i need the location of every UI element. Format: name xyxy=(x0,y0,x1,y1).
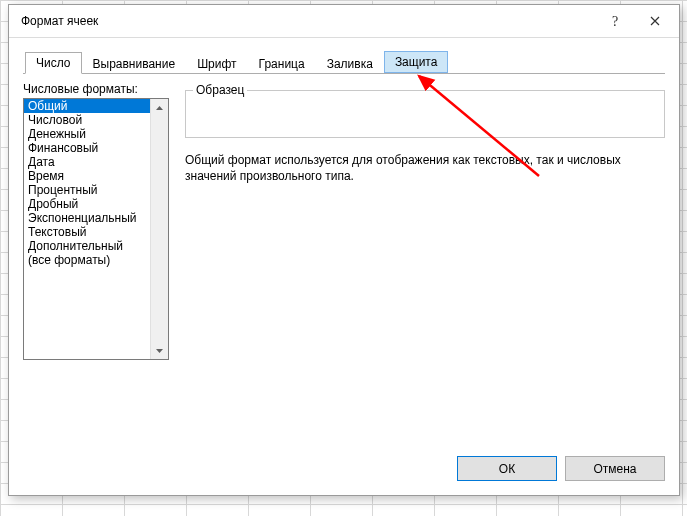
list-item[interactable]: Текстовый xyxy=(24,225,151,239)
scroll-up-icon[interactable] xyxy=(151,99,168,116)
list-item[interactable]: Дробный xyxy=(24,197,151,211)
list-item[interactable]: Финансовый xyxy=(24,141,151,155)
list-item[interactable]: Время xyxy=(24,169,151,183)
tab-fill[interactable]: Заливка xyxy=(316,53,384,74)
tabstrip: Число Выравнивание Шрифт Граница Заливка… xyxy=(23,50,665,74)
tab-alignment[interactable]: Выравнивание xyxy=(82,53,187,74)
format-cells-dialog: Формат ячеек ? Число Выравнивание Шрифт … xyxy=(8,4,680,496)
tab-font[interactable]: Шрифт xyxy=(186,53,247,74)
list-item[interactable]: Денежный xyxy=(24,127,151,141)
cancel-button[interactable]: Отмена xyxy=(565,456,665,481)
list-item[interactable]: Дата xyxy=(24,155,151,169)
category-listbox[interactable]: ОбщийЧисловойДенежныйФинансовыйДатаВремя… xyxy=(23,98,169,360)
sample-legend: Образец xyxy=(193,83,247,97)
list-item[interactable]: Общий xyxy=(24,99,151,113)
svg-text:?: ? xyxy=(612,14,618,28)
scroll-track[interactable] xyxy=(151,116,168,342)
help-button[interactable]: ? xyxy=(595,7,635,35)
tab-border[interactable]: Граница xyxy=(248,53,316,74)
sample-box: Образец xyxy=(185,90,665,138)
category-label: Числовые форматы: xyxy=(23,82,169,96)
ok-button[interactable]: ОК xyxy=(457,456,557,481)
titlebar: Формат ячеек ? xyxy=(9,5,679,38)
scroll-down-icon[interactable] xyxy=(151,342,168,359)
list-item[interactable]: Дополнительный xyxy=(24,239,151,253)
list-item[interactable]: Процентный xyxy=(24,183,151,197)
tab-protection[interactable]: Защита xyxy=(384,51,449,73)
scrollbar[interactable] xyxy=(150,99,168,359)
list-item[interactable]: Экспоненциальный xyxy=(24,211,151,225)
dialog-title: Формат ячеек xyxy=(21,14,595,28)
list-item[interactable]: Числовой xyxy=(24,113,151,127)
tab-number[interactable]: Число xyxy=(25,52,82,74)
list-item[interactable]: (все форматы) xyxy=(24,253,151,267)
close-button[interactable] xyxy=(635,7,675,35)
format-description: Общий формат используется для отображени… xyxy=(185,152,665,184)
